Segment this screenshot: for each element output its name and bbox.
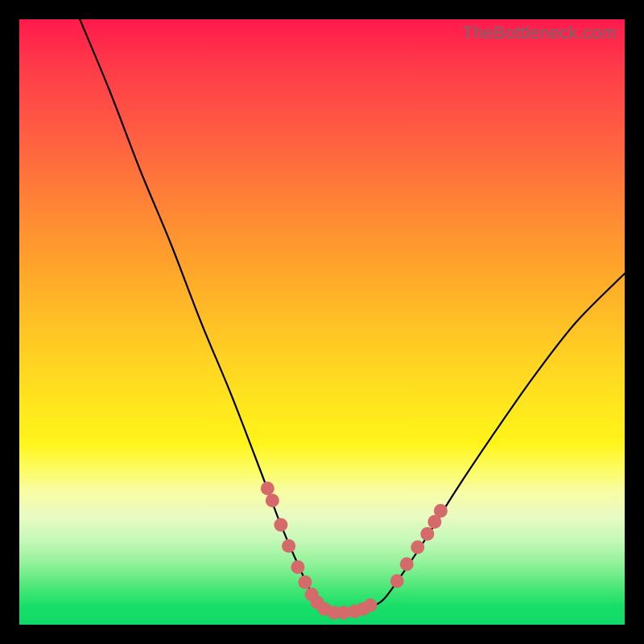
data-marker: [364, 598, 378, 612]
bottleneck-curve: [80, 19, 625, 613]
data-marker: [400, 557, 414, 571]
chart-plot: [19, 19, 625, 625]
data-marker: [434, 504, 448, 518]
data-marker: [298, 576, 312, 589]
data-marker: [266, 493, 279, 507]
data-marker: [291, 560, 304, 574]
chart-frame: TheBottleneck.com: [19, 19, 625, 625]
data-marker: [282, 539, 295, 553]
data-marker: [420, 527, 434, 541]
data-marker: [261, 481, 275, 495]
data-marker: [390, 574, 404, 588]
data-marker: [411, 540, 424, 554]
data-marker: [274, 518, 287, 531]
marker-group: [261, 481, 448, 619]
